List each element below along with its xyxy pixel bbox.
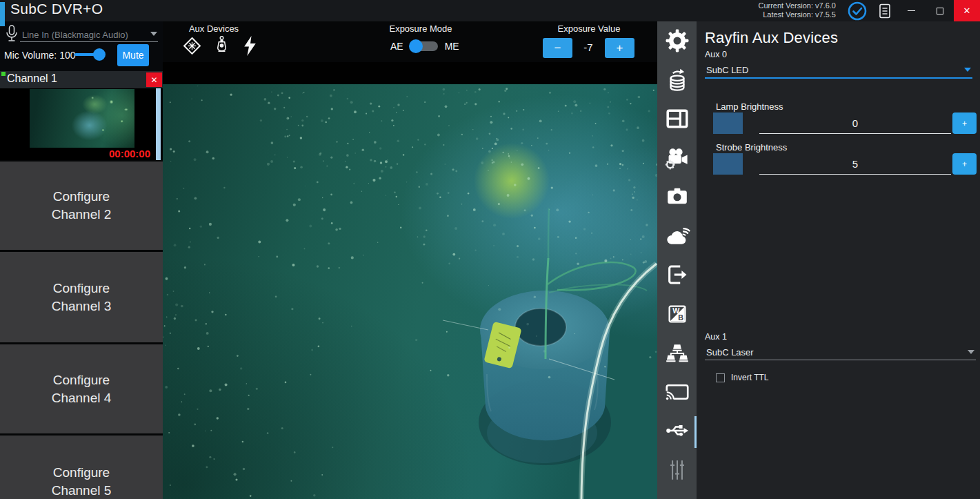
toolbar-usb-button[interactable] <box>657 413 697 452</box>
chevron-down-icon <box>150 32 157 36</box>
aux0-label: Aux 0 <box>705 50 727 59</box>
toolbar-layout-button[interactable] <box>657 101 697 140</box>
toolbar-white-balance-button[interactable]: WB <box>657 296 697 335</box>
aux0-device-select[interactable]: SubC LED <box>705 61 974 78</box>
sliders-icon <box>666 458 689 485</box>
exposure-value: -7 <box>573 41 603 53</box>
exposure-mode-label: Exposure Mode <box>379 23 462 34</box>
configure-channel-5-button[interactable]: Configure Channel 5 <box>0 436 163 499</box>
lamp-brightness-label: Lamp Brightness <box>716 101 783 112</box>
toolbar-camera-button[interactable] <box>657 179 697 218</box>
aux-compass-icon[interactable] <box>182 36 202 59</box>
title-accent-bar <box>0 2 5 26</box>
invert-ttl-label: Invert TTL <box>731 373 768 382</box>
minimize-button[interactable] <box>897 0 926 21</box>
toggle-knob <box>409 39 423 53</box>
channel-1-video-thumbnail[interactable] <box>30 89 134 148</box>
aux-devices-label: Aux Devices <box>172 23 255 34</box>
aux-lamp-icon[interactable] <box>214 35 229 59</box>
database-sync-icon <box>666 68 689 95</box>
video-camera-gear-icon <box>664 145 690 174</box>
update-check-icon[interactable] <box>847 1 868 21</box>
toolbar-screen-cast-button[interactable] <box>657 374 697 413</box>
export-icon <box>666 264 689 288</box>
main-video-feed <box>163 62 657 499</box>
close-icon: ✕ <box>963 6 971 16</box>
configure-channel-3-button[interactable]: Configure Channel 3 <box>0 252 163 342</box>
release-notes-icon[interactable] <box>874 1 895 21</box>
toolbar-storage-button[interactable] <box>657 62 697 101</box>
channel-1-header: Channel 1 ✕ <box>0 71 163 88</box>
aux1-label: Aux 1 <box>705 332 727 342</box>
camera-control-bar: Aux Devices Exposure Mode AE ME Exposure… <box>163 21 657 62</box>
configure-channel-2-button[interactable]: Configure Channel 2 <box>0 162 163 250</box>
lamp-brightness-slider[interactable]: 0 <box>759 112 951 134</box>
exposure-increase-button[interactable]: + <box>605 38 634 58</box>
audio-panel: Line In (Blackmagic Audio) Mic Volume: 1… <box>0 21 163 71</box>
channel-list: Channel 1 ✕ 00:00:00 Configure Channel 2… <box>0 71 163 499</box>
usb-icon <box>664 420 690 444</box>
exposure-value-label: Exposure Value <box>548 23 630 34</box>
maximize-icon <box>937 8 943 14</box>
channel-1-close-button[interactable]: ✕ <box>146 72 162 87</box>
mic-volume-slider-knob[interactable] <box>93 48 106 61</box>
network-icon <box>665 341 690 367</box>
aux1-device-select[interactable]: SubC Laser <box>705 344 977 360</box>
lamp-brightness-increase-button[interactable]: + <box>952 112 977 134</box>
cloud-wifi-icon <box>664 225 690 250</box>
latest-version: Latest Version: v7.5.5 <box>758 10 836 19</box>
close-button[interactable]: ✕ <box>954 0 980 21</box>
aux-strobe-icon[interactable] <box>241 35 259 59</box>
exposure-ae-option[interactable]: AE <box>390 41 403 52</box>
audio-input-value: Line In (Blackmagic Audio) <box>22 30 128 40</box>
aux1-select-underline <box>705 360 976 360</box>
mute-button[interactable]: Mute <box>117 44 149 66</box>
lamp-brightness-row: 0 + <box>713 112 977 134</box>
strobe-brightness-slider[interactable]: 5 <box>759 153 951 175</box>
rayfin-aux-devices-panel: Rayfin Aux Devices Aux 0 SubC LED Lamp B… <box>697 21 980 499</box>
aux-device-status-icons <box>182 35 259 59</box>
configure-channel-4-button[interactable]: Configure Channel 4 <box>0 344 163 433</box>
aux1-device-value: SubC Laser <box>706 347 754 358</box>
exposure-me-option[interactable]: ME <box>445 41 459 52</box>
strobe-brightness-increase-button[interactable]: + <box>952 153 977 175</box>
exposure-decrease-button[interactable]: − <box>543 38 572 58</box>
white-balance-icon: WB <box>666 303 688 328</box>
close-icon: ✕ <box>150 75 157 85</box>
current-version: Current Version: v7.6.0 <box>758 1 836 10</box>
channel-1-preview-area: 00:00:00 <box>0 88 163 160</box>
toolbar-export-button[interactable] <box>657 257 697 296</box>
invert-ttl-row: Invert TTL <box>716 373 768 382</box>
microphone-icon <box>5 24 19 46</box>
chevron-down-icon <box>968 350 974 354</box>
svg-text:B: B <box>678 313 683 321</box>
title-bar: SubC DVR+O Current Version: v7.6.0 Lates… <box>0 0 980 21</box>
channel-1-label: Channel 1 <box>7 72 57 85</box>
mic-volume-label: Mic Volume: 100 <box>4 50 76 61</box>
strobe-brightness-row: 5 + <box>713 153 977 175</box>
app-title: SubC DVR+O <box>10 1 103 17</box>
lamp-brightness-value: 0 <box>852 117 858 129</box>
strobe-brightness-decrease-button[interactable] <box>713 153 743 175</box>
toolbar-network-button[interactable] <box>657 335 697 374</box>
underwater-scene <box>163 84 657 499</box>
exposure-mode-toggle[interactable] <box>410 41 438 51</box>
aux0-device-value: SubC LED <box>706 65 748 75</box>
aux0-select-underline <box>705 77 972 79</box>
maximize-button[interactable] <box>926 0 954 21</box>
record-timer: 00:00:00 <box>0 148 150 159</box>
window-layout-icon <box>665 108 690 133</box>
toolbar-settings-button[interactable] <box>657 23 697 62</box>
strobe-brightness-value: 5 <box>852 158 858 170</box>
toolbar-cloud-stream-button[interactable] <box>657 218 697 257</box>
toolbar-video-settings-button[interactable] <box>657 140 697 179</box>
audio-input-select[interactable]: Line In (Blackmagic Audio) <box>20 25 158 43</box>
toolbar-adjustments-button[interactable] <box>657 452 697 491</box>
subc-dvr-window: SubC DVR+O Current Version: v7.6.0 Lates… <box>0 0 980 499</box>
cast-icon <box>665 382 690 405</box>
lamp-brightness-decrease-button[interactable] <box>713 112 743 134</box>
channel-list-scrollbar[interactable] <box>156 88 161 160</box>
invert-ttl-checkbox[interactable] <box>716 373 725 382</box>
gear-icon <box>666 29 689 55</box>
version-info: Current Version: v7.6.0 Latest Version: … <box>758 1 836 19</box>
